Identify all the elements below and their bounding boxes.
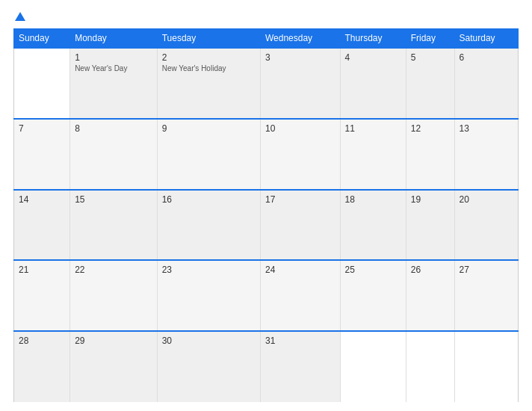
day-number: 1 (75, 52, 152, 63)
calendar-cell: 27 (454, 260, 518, 331)
day-number: 8 (75, 123, 152, 134)
calendar-cell: 2New Year's Holiday (157, 48, 260, 119)
calendar-cell (14, 48, 70, 119)
day-number: 29 (75, 336, 152, 346)
day-number: 3 (265, 52, 335, 63)
calendar-cell: 8 (70, 119, 158, 190)
calendar-week-row: 28293031 (14, 331, 519, 402)
calendar-cell: 10 (260, 119, 340, 190)
calendar-cell: 30 (157, 331, 260, 402)
day-number: 13 (460, 123, 513, 134)
calendar-cell: 6 (454, 48, 518, 119)
calendar-cell: 4 (340, 48, 406, 119)
calendar-cell: 16 (157, 190, 260, 261)
day-number: 21 (19, 265, 65, 275)
calendar-cell: 24 (260, 260, 340, 331)
calendar-cell: 20 (454, 190, 518, 261)
logo (13, 13, 25, 22)
calendar-cell (340, 331, 406, 402)
calendar-cell: 17 (260, 190, 340, 261)
weekday-header-sunday: Sunday (14, 29, 70, 49)
weekday-header-tuesday: Tuesday (157, 29, 260, 49)
calendar-cell: 15 (70, 190, 158, 261)
day-number: 26 (411, 265, 450, 275)
weekday-header-row: SundayMondayTuesdayWednesdayThursdayFrid… (14, 29, 519, 49)
calendar-cell: 3 (260, 48, 340, 119)
calendar-week-row: 78910111213 (14, 119, 519, 190)
calendar-cell: 28 (14, 331, 70, 402)
calendar-cell: 7 (14, 119, 70, 190)
day-number: 4 (345, 52, 401, 63)
calendar-cell: 12 (406, 119, 454, 190)
weekday-header-saturday: Saturday (454, 29, 518, 49)
calendar-week-row: 21222324252627 (14, 260, 519, 331)
calendar-header (13, 13, 519, 22)
calendar-cell (406, 331, 454, 402)
day-number: 10 (265, 123, 335, 134)
day-number: 17 (265, 194, 335, 205)
calendar-week-row: 14151617181920 (14, 190, 519, 261)
calendar-cell: 19 (406, 190, 454, 261)
day-number: 18 (345, 194, 401, 205)
day-number: 23 (162, 265, 256, 275)
day-number: 15 (75, 194, 152, 205)
weekday-header-friday: Friday (406, 29, 454, 49)
weekday-header-wednesday: Wednesday (260, 29, 340, 49)
calendar-page: SundayMondayTuesdayWednesdayThursdayFrid… (0, 0, 532, 411)
day-number: 12 (411, 123, 450, 134)
day-number: 11 (345, 123, 401, 134)
holiday-label: New Year's Day (75, 64, 152, 72)
calendar-cell: 9 (157, 119, 260, 190)
calendar-body: 1New Year's Day2New Year's Holiday345678… (14, 48, 519, 402)
calendar-cell: 21 (14, 260, 70, 331)
day-number: 27 (460, 265, 513, 275)
calendar-cell: 11 (340, 119, 406, 190)
logo-triangle-icon (15, 12, 25, 21)
calendar-week-row: 1New Year's Day2New Year's Holiday3456 (14, 48, 519, 119)
calendar-cell: 23 (157, 260, 260, 331)
day-number: 31 (265, 336, 335, 346)
calendar-header-row: SundayMondayTuesdayWednesdayThursdayFrid… (14, 29, 519, 49)
day-number: 22 (75, 265, 152, 275)
calendar-cell: 13 (454, 119, 518, 190)
day-number: 24 (265, 265, 335, 275)
day-number: 14 (19, 194, 65, 205)
day-number: 25 (345, 265, 401, 275)
day-number: 2 (162, 52, 256, 63)
calendar-cell: 25 (340, 260, 406, 331)
calendar-cell: 18 (340, 190, 406, 261)
day-number: 20 (460, 194, 513, 205)
holiday-label: New Year's Holiday (162, 64, 256, 72)
day-number: 9 (162, 123, 256, 134)
day-number: 28 (19, 336, 65, 346)
day-number: 16 (162, 194, 256, 205)
day-number: 6 (460, 52, 513, 63)
calendar-cell: 29 (70, 331, 158, 402)
calendar-cell: 5 (406, 48, 454, 119)
calendar-cell: 1New Year's Day (70, 48, 158, 119)
calendar-cell: 26 (406, 260, 454, 331)
calendar-cell: 22 (70, 260, 158, 331)
weekday-header-thursday: Thursday (340, 29, 406, 49)
day-number: 19 (411, 194, 450, 205)
weekday-header-monday: Monday (70, 29, 158, 49)
calendar-table: SundayMondayTuesdayWednesdayThursdayFrid… (13, 28, 519, 402)
day-number: 7 (19, 123, 65, 134)
day-number: 30 (162, 336, 256, 346)
calendar-cell: 14 (14, 190, 70, 261)
calendar-cell (454, 331, 518, 402)
day-number: 5 (411, 52, 450, 63)
calendar-cell: 31 (260, 331, 340, 402)
